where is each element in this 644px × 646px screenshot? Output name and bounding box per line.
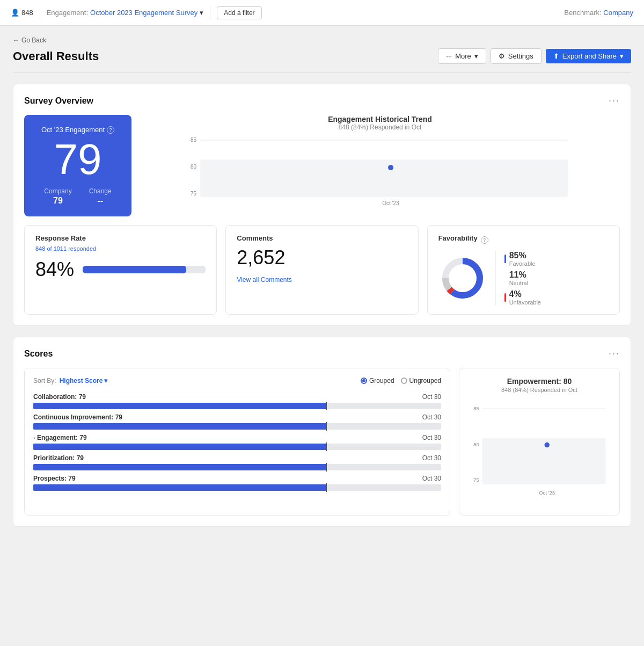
expand-icon[interactable]: › bbox=[33, 434, 35, 441]
response-rate-sub[interactable]: 848 of 1011 responded bbox=[35, 245, 206, 252]
page-title: Overall Results bbox=[13, 49, 99, 63]
svg-rect-6 bbox=[200, 159, 568, 197]
change-footer: Change -- bbox=[89, 187, 112, 206]
empowerment-chart: Empowerment: 80 848 (84%) Responded in O… bbox=[459, 368, 620, 516]
sort-value[interactable]: Highest Score ▾ bbox=[60, 377, 108, 384]
nav-divider-2 bbox=[210, 6, 210, 19]
svg-point-20 bbox=[545, 442, 550, 448]
survey-overview-more[interactable]: ··· bbox=[609, 95, 620, 106]
ungrouped-option[interactable]: Ungrouped bbox=[401, 377, 441, 384]
score-item-header: Continuous Improvement: 79 Oct 30 bbox=[33, 413, 441, 421]
chevron-down-icon: ▾ bbox=[200, 9, 203, 17]
back-link[interactable]: ← Go Back bbox=[13, 37, 631, 44]
person-icon: 👤 bbox=[11, 9, 19, 17]
favorability-row: 85% Favorable 11% Neutral bbox=[438, 251, 609, 306]
engagement-card: Oct '23 Engagement ? 79 Company 79 Chang… bbox=[24, 115, 131, 216]
favorability-legend: 85% Favorable 11% Neutral bbox=[495, 251, 541, 306]
survey-overview-content: Oct '23 Engagement ? 79 Company 79 Chang… bbox=[24, 115, 620, 216]
svg-text:75: 75 bbox=[191, 191, 197, 197]
svg-text:85: 85 bbox=[191, 137, 197, 143]
empowerment-chart-svg: 85 80 75 Oct '23 bbox=[468, 397, 611, 505]
favorability-donut bbox=[438, 254, 487, 302]
comments-value: 2,652 bbox=[237, 246, 407, 269]
sort-by-label: Sort By: bbox=[33, 377, 56, 384]
scores-list: Sort By: Highest Score ▾ Grouped bbox=[24, 368, 450, 516]
prioritization-bar-marker bbox=[326, 463, 327, 471]
change-label: Change bbox=[89, 187, 112, 195]
prioritization-date: Oct 30 bbox=[422, 454, 441, 462]
company-label: Company bbox=[44, 187, 71, 195]
scores-toolbar: Sort By: Highest Score ▾ Grouped bbox=[33, 377, 441, 384]
engagement-card-footer: Company 79 Change -- bbox=[44, 187, 111, 206]
response-rate-value: 84% bbox=[35, 258, 74, 281]
user-count-value: 848 bbox=[21, 9, 33, 17]
engagement-card-title-text: Oct '23 Engagement bbox=[41, 126, 105, 134]
header-actions: ··· More ▾ ⚙ Settings ⬆ Export and Share… bbox=[438, 48, 631, 64]
group-toggle: Grouped Ungrouped bbox=[361, 377, 441, 384]
score-item-collaboration: Collaboration: 79 Oct 30 bbox=[33, 393, 441, 409]
prospects-bar bbox=[33, 484, 441, 491]
survey-overview-section: Survey Overview ··· Oct '23 Engagement ?… bbox=[13, 84, 631, 326]
engagement-score-name: › Engagement: 79 bbox=[33, 434, 87, 441]
engagement-value[interactable]: October 2023 Engagement Survey bbox=[90, 9, 197, 17]
favorable-pct: 85% bbox=[509, 251, 536, 260]
collaboration-name: Collaboration: 79 bbox=[33, 393, 86, 401]
grouped-radio[interactable] bbox=[361, 378, 367, 384]
engagement-label: Engagement: bbox=[47, 9, 88, 17]
engagement-score: 79 bbox=[54, 138, 102, 181]
change-value: -- bbox=[97, 196, 103, 206]
svg-point-7 bbox=[388, 165, 393, 170]
page-header: Overall Results ··· More ▾ ⚙ Settings ⬆ … bbox=[13, 48, 631, 64]
engagement-card-title: Oct '23 Engagement ? bbox=[41, 126, 114, 134]
favorable-bar bbox=[504, 255, 506, 263]
score-item-header: Collaboration: 79 Oct 30 bbox=[33, 393, 441, 401]
empowerment-title: Empowerment: 80 bbox=[468, 377, 611, 386]
scores-section: Scores ··· Sort By: Highest Score ▾ bbox=[13, 337, 631, 527]
collaboration-bar-fill bbox=[33, 403, 327, 409]
score-item-header: Prioritization: 79 Oct 30 bbox=[33, 454, 441, 462]
unfavorable-bar bbox=[504, 293, 506, 302]
add-filter-button[interactable]: Add a filter bbox=[217, 6, 261, 19]
continuous-name: Continuous Improvement: 79 bbox=[33, 413, 122, 421]
view-all-comments-link[interactable]: View all Comments bbox=[237, 276, 291, 284]
historical-trend-subtitle: 848 (84%) Responded in Oct bbox=[140, 124, 620, 131]
engagement-filter: Engagement: October 2023 Engagement Surv… bbox=[47, 9, 204, 17]
prioritization-name: Prioritization: 79 bbox=[33, 454, 84, 462]
favorability-info-icon[interactable]: ? bbox=[481, 236, 488, 244]
info-icon[interactable]: ? bbox=[107, 126, 114, 134]
prioritization-bar bbox=[33, 464, 441, 470]
unfavorable-row: 4% Unfavorable bbox=[504, 289, 541, 306]
continuous-bar bbox=[33, 423, 441, 430]
svg-text:75: 75 bbox=[473, 477, 479, 483]
comments-title: Comments bbox=[237, 234, 407, 242]
ungrouped-radio[interactable] bbox=[401, 378, 407, 384]
back-label: Go Back bbox=[21, 37, 46, 44]
survey-overview-title: Survey Overview bbox=[24, 96, 93, 106]
scores-title: Scores bbox=[24, 349, 53, 359]
continuous-bar-marker bbox=[326, 422, 327, 431]
collaboration-date: Oct 30 bbox=[422, 393, 441, 401]
continuous-date: Oct 30 bbox=[422, 413, 441, 421]
chevron-down-icon: ▾ bbox=[104, 377, 107, 384]
svg-text:80: 80 bbox=[191, 164, 197, 170]
company-footer: Company 79 bbox=[44, 187, 71, 206]
header-divider bbox=[13, 72, 631, 73]
grouped-option[interactable]: Grouped bbox=[361, 377, 394, 384]
chevron-down-icon: ▾ bbox=[620, 52, 624, 60]
favorable-label: Favorable bbox=[509, 260, 536, 267]
score-item-prioritization: Prioritization: 79 Oct 30 bbox=[33, 454, 441, 470]
settings-button[interactable]: ⚙ Settings bbox=[491, 48, 541, 64]
engagement-bar bbox=[33, 444, 441, 450]
export-button[interactable]: ⬆ Export and Share ▾ bbox=[546, 49, 631, 63]
more-button[interactable]: ··· More ▾ bbox=[438, 48, 486, 64]
sort-by: Sort By: Highest Score ▾ bbox=[33, 377, 107, 384]
nav-left: 👤 848 Engagement: October 2023 Engagemen… bbox=[11, 6, 262, 19]
empowerment-subtitle: 848 (84%) Responded in Oct bbox=[468, 387, 611, 393]
score-item-engagement: › Engagement: 79 Oct 30 bbox=[33, 434, 441, 450]
scores-more[interactable]: ··· bbox=[609, 348, 620, 359]
prospects-name: Prospects: 79 bbox=[33, 475, 76, 482]
score-items-list: Collaboration: 79 Oct 30 Continuous Impr bbox=[33, 393, 441, 491]
benchmark-link[interactable]: Company bbox=[603, 9, 633, 17]
company-score: 79 bbox=[53, 196, 63, 206]
top-nav: 👤 848 Engagement: October 2023 Engagemen… bbox=[0, 0, 644, 26]
